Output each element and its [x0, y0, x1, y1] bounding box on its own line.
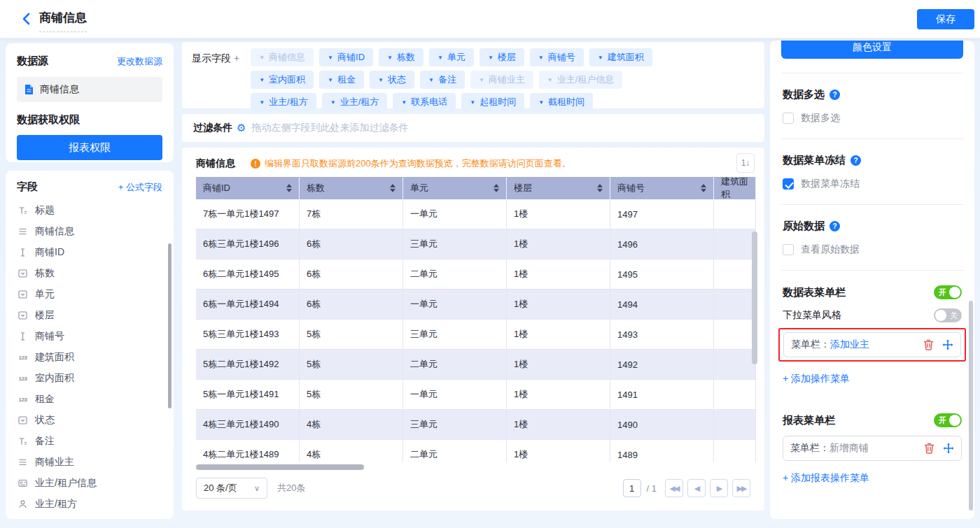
report-menu-item[interactable]: 菜单栏： 新增商铺 — [783, 436, 962, 461]
field-item[interactable]: 商铺信息 — [17, 221, 162, 242]
multi-select-checkbox-row[interactable]: 数据多选 — [783, 112, 962, 124]
gear-icon[interactable]: ⚙ — [237, 122, 246, 134]
add-formula-field-link[interactable]: + 公式字段 — [118, 181, 162, 194]
field-chip[interactable]: ▼备注 — [420, 71, 465, 89]
field-item[interactable]: 123建筑面积 — [17, 347, 162, 368]
menu-freeze-title: 数据菜单冻结 ? — [783, 154, 962, 167]
table-body: 7栋一单元1楼14977栋一单元1楼1497 6栋三单元1楼14966栋三单元1… — [196, 199, 756, 462]
field-chip[interactable]: ▼商铺ID — [319, 48, 373, 66]
chevron-down-icon: ▼ — [538, 99, 544, 106]
sort-arrows-icon[interactable] — [701, 184, 706, 192]
field-item[interactable]: 标题 — [17, 200, 162, 221]
field-chip[interactable]: ▼室内面积 — [251, 71, 314, 89]
field-chip[interactable]: ▼租金 — [319, 71, 364, 89]
table-row: 4栋二单元1楼14894栋二单元1楼1489 — [196, 440, 756, 462]
horizontal-scrollbar[interactable] — [196, 464, 756, 470]
field-chip[interactable]: ▼状态 — [370, 71, 414, 89]
sort-arrows-icon[interactable] — [390, 184, 396, 192]
field-chip[interactable]: ▼栋数 — [379, 48, 424, 66]
help-icon[interactable]: ? — [850, 155, 861, 166]
settings-scrollbar[interactable] — [969, 301, 973, 511]
datasource-item-label: 商铺信息 — [40, 83, 79, 96]
table-row: 6栋一单元1楼14946栋一单元1楼1494 — [196, 290, 756, 320]
field-chip[interactable]: ▼单元 — [429, 48, 474, 66]
column-header[interactable]: 商铺号 — [610, 177, 714, 199]
move-icon[interactable] — [942, 339, 953, 350]
column-header[interactable]: 建筑面积 — [714, 177, 756, 199]
field-item[interactable]: 123租金 — [17, 389, 162, 410]
trash-icon[interactable] — [923, 339, 934, 350]
field-item[interactable]: 123室内面积 — [17, 368, 162, 389]
column-header[interactable]: 商铺ID — [196, 177, 300, 199]
field-item[interactable]: 楼层 — [17, 305, 162, 326]
field-item[interactable]: 商铺号 — [17, 326, 162, 347]
field-item[interactable]: 状态 — [17, 410, 162, 431]
top-bar: 商铺信息 保存 — [0, 0, 980, 38]
field-item[interactable]: 业主/租方 — [17, 494, 162, 515]
checkbox-checked[interactable] — [783, 178, 794, 190]
field-chip[interactable]: ▼楼层 — [479, 48, 524, 66]
menu-item-value-link[interactable]: 添加业主 — [830, 338, 869, 351]
page-size-select[interactable]: 20 条/页 ∨ — [196, 478, 267, 499]
raw-data-checkbox-row[interactable]: 查看原始数据 — [783, 243, 962, 256]
save-button[interactable]: 保存 — [917, 9, 974, 29]
field-chip[interactable]: ▼商铺业主 — [470, 71, 533, 89]
current-page-input[interactable]: 1 — [623, 479, 641, 497]
multi-select-title: 数据多选 ? — [783, 88, 962, 101]
first-page-button[interactable]: ◀◀ — [665, 479, 683, 497]
table-menu-item[interactable]: 菜单栏： 添加业主 — [783, 332, 961, 357]
settings-panel: 颜色设置 数据多选 ? 数据多选 数据菜单冻结 ? 数据菜单冻结 原始数据 ? … — [770, 41, 974, 519]
move-icon[interactable] — [943, 443, 954, 454]
raw-data-title: 原始数据 ? — [783, 220, 962, 233]
field-chip[interactable]: ▼业主/租户信息 — [539, 71, 623, 89]
report-permission-button[interactable]: 报表权限 — [17, 135, 162, 160]
add-report-action-menu-link[interactable]: + 添加报表操作菜单 — [783, 472, 962, 485]
sort-arrows-icon[interactable] — [597, 184, 603, 192]
field-item[interactable]: 商铺ID — [17, 242, 162, 263]
chevron-down-icon: ▼ — [387, 55, 393, 61]
field-chip[interactable]: ▼截租时间 — [530, 93, 593, 111]
field-item[interactable]: 备注 — [17, 431, 162, 452]
checkbox-unchecked[interactable] — [783, 244, 794, 255]
field-item[interactable]: 栋数 — [17, 263, 162, 284]
help-icon[interactable]: ? — [830, 221, 840, 231]
field-chip[interactable]: ▼建筑面积 — [589, 48, 652, 66]
field-chip[interactable]: ▼业主/租方 — [251, 93, 316, 111]
column-header[interactable]: 单元 — [403, 177, 507, 199]
back-icon[interactable] — [18, 10, 35, 27]
trash-icon[interactable] — [924, 443, 934, 454]
next-page-button[interactable]: ▶ — [710, 479, 728, 497]
last-page-button[interactable]: ▶▶ — [732, 479, 750, 497]
add-action-menu-link[interactable]: + 添加操作菜单 — [783, 373, 962, 385]
fields-scrollbar[interactable] — [168, 243, 172, 408]
sort-arrows-icon[interactable] — [286, 184, 292, 192]
color-settings-button[interactable]: 颜色设置 — [781, 41, 963, 59]
table-menu-toggle-on[interactable]: 开 — [934, 285, 962, 299]
field-item[interactable]: 商铺业主 — [17, 452, 162, 473]
field-chip[interactable]: ▼商铺号 — [530, 48, 584, 66]
filter-label: 过滤条件 — [193, 122, 232, 134]
field-chip[interactable]: ▼联系电话 — [393, 93, 456, 111]
vertical-scrollbar[interactable] — [752, 231, 757, 364]
filter-placeholder[interactable]: 拖动左侧字段到此处来添加过滤条件 — [251, 122, 408, 134]
report-menu-toggle-on[interactable]: 开 — [934, 413, 962, 427]
field-item[interactable]: 单元 — [17, 284, 162, 305]
change-datasource-link[interactable]: 更改数据源 — [117, 55, 162, 68]
field-chip[interactable]: ▼起租时间 — [461, 93, 524, 111]
column-header[interactable]: 栋数 — [300, 177, 403, 199]
menu-freeze-checkbox-row[interactable]: 数据菜单冻结 — [783, 178, 962, 190]
sort-tool-button[interactable]: 1↓ — [736, 153, 755, 173]
datasource-item[interactable]: 商铺信息 — [17, 77, 162, 102]
sort-arrows-icon[interactable] — [493, 184, 499, 192]
field-chip[interactable]: ▼业主/租方 — [322, 93, 388, 111]
help-icon[interactable]: ? — [830, 90, 840, 100]
list-icon — [17, 227, 29, 237]
dropdown-style-toggle-off[interactable]: 关 — [934, 308, 962, 322]
add-display-field-button[interactable]: + — [234, 52, 239, 64]
field-item[interactable]: 业主/租户信息 — [17, 473, 162, 494]
field-chip[interactable]: ▼商铺信息 — [251, 48, 314, 66]
column-header[interactable]: 楼层 — [507, 177, 610, 199]
prev-page-button[interactable]: ◀ — [687, 479, 706, 497]
chevron-down-icon: ▼ — [479, 77, 484, 83]
checkbox-unchecked[interactable] — [783, 113, 794, 124]
